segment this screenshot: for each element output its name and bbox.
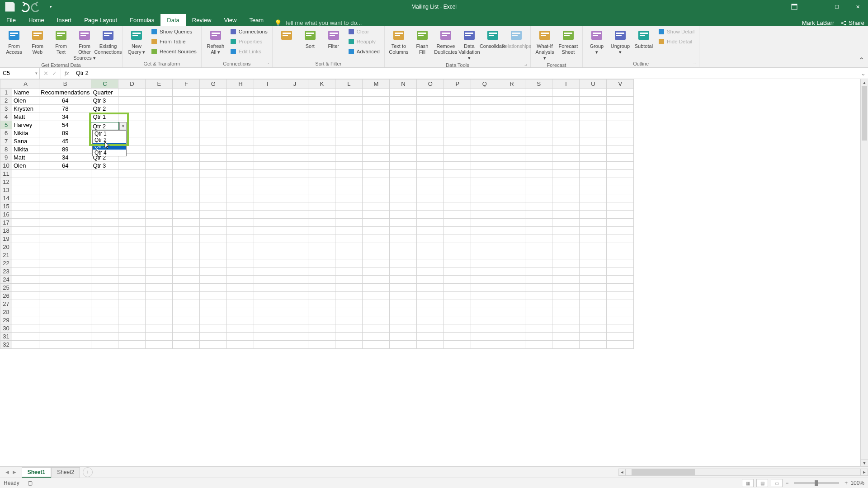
cell[interactable]	[498, 211, 525, 219]
cell[interactable]	[281, 137, 308, 145]
cell[interactable]	[444, 267, 471, 276]
cell[interactable]	[580, 316, 607, 324]
cell[interactable]	[227, 202, 254, 211]
cell[interactable]	[281, 259, 308, 267]
cell[interactable]	[12, 170, 39, 178]
cell[interactable]	[254, 276, 281, 284]
cell[interactable]	[417, 162, 444, 170]
cell[interactable]	[200, 227, 227, 235]
cell[interactable]	[91, 284, 118, 292]
cell[interactable]	[335, 105, 363, 113]
cell[interactable]	[417, 97, 444, 105]
cell[interactable]: Krysten	[12, 105, 39, 113]
cell[interactable]	[146, 186, 173, 194]
cell[interactable]	[417, 105, 444, 113]
cell[interactable]	[173, 178, 200, 186]
cell[interactable]	[308, 170, 335, 178]
row-header[interactable]: 24	[0, 276, 12, 284]
cell[interactable]	[91, 324, 118, 333]
cell[interactable]	[118, 170, 146, 178]
cell[interactable]	[417, 341, 444, 349]
properties-button[interactable]: Properties	[228, 37, 269, 46]
column-header[interactable]: G	[200, 80, 227, 89]
tab-view[interactable]: View	[217, 14, 243, 26]
cell[interactable]	[363, 292, 390, 300]
cell[interactable]	[444, 341, 471, 349]
undo-icon[interactable]	[17, 0, 30, 13]
cell[interactable]	[39, 333, 91, 341]
cell[interactable]	[39, 170, 91, 178]
cell[interactable]	[308, 178, 335, 186]
vertical-scroll-thumb[interactable]	[862, 86, 867, 141]
cell[interactable]	[580, 308, 607, 316]
cell[interactable]	[281, 276, 308, 284]
cell[interactable]	[281, 105, 308, 113]
cell[interactable]	[173, 137, 200, 145]
cell[interactable]	[607, 186, 634, 194]
consolidate-button[interactable]: Consolidate	[481, 27, 504, 49]
column-header[interactable]: T	[552, 80, 580, 89]
cell[interactable]	[173, 97, 200, 105]
cell[interactable]	[173, 194, 200, 202]
cell[interactable]	[607, 333, 634, 341]
cell[interactable]	[335, 324, 363, 333]
cell[interactable]	[444, 235, 471, 243]
cell[interactable]	[525, 276, 552, 284]
cell[interactable]	[363, 89, 390, 97]
cell[interactable]	[146, 97, 173, 105]
cell[interactable]	[552, 121, 580, 129]
cell[interactable]	[444, 121, 471, 129]
cell[interactable]	[146, 105, 173, 113]
row-header[interactable]: 9	[0, 154, 12, 162]
cell[interactable]	[444, 89, 471, 97]
cell[interactable]: 89	[39, 145, 91, 154]
cell[interactable]	[200, 211, 227, 219]
cell[interactable]	[281, 211, 308, 219]
cell[interactable]	[471, 186, 498, 194]
row-header[interactable]: 10	[0, 162, 12, 170]
cell[interactable]	[254, 235, 281, 243]
cell[interactable]	[471, 276, 498, 284]
cell[interactable]	[390, 267, 417, 276]
cell[interactable]	[254, 113, 281, 121]
cell[interactable]	[308, 145, 335, 154]
cell[interactable]	[335, 113, 363, 121]
cell[interactable]	[118, 267, 146, 276]
sheet-nav-next-icon[interactable]: ►	[12, 469, 17, 475]
cell[interactable]	[525, 113, 552, 121]
cell[interactable]	[363, 324, 390, 333]
cell[interactable]	[173, 251, 200, 259]
cell[interactable]	[525, 137, 552, 145]
ribbon-display-options-icon[interactable]	[784, 0, 804, 14]
cell[interactable]	[471, 259, 498, 267]
cell[interactable]	[498, 259, 525, 267]
cell[interactable]	[173, 105, 200, 113]
cell[interactable]	[39, 324, 91, 333]
from-table-button[interactable]: From Table	[149, 37, 198, 46]
cell[interactable]	[200, 194, 227, 202]
cell[interactable]	[471, 211, 498, 219]
text-to-columns-button[interactable]: Text toColumns	[387, 27, 410, 55]
cell[interactable]	[227, 341, 254, 349]
cell[interactable]	[281, 162, 308, 170]
cell[interactable]	[12, 267, 39, 276]
cell[interactable]	[200, 292, 227, 300]
cell[interactable]	[12, 227, 39, 235]
cell[interactable]	[118, 276, 146, 284]
cell[interactable]	[390, 292, 417, 300]
cell[interactable]	[444, 97, 471, 105]
cell[interactable]	[471, 267, 498, 276]
cell[interactable]	[146, 219, 173, 227]
cell[interactable]	[335, 178, 363, 186]
cell[interactable]	[607, 113, 634, 121]
cell[interactable]	[12, 251, 39, 259]
cell[interactable]	[525, 105, 552, 113]
from-other-sources-button[interactable]: From OtherSources ▾	[73, 27, 96, 61]
row-header[interactable]: 30	[0, 324, 12, 333]
row-header[interactable]: 26	[0, 292, 12, 300]
cell[interactable]	[552, 316, 580, 324]
cell[interactable]	[552, 243, 580, 251]
cell[interactable]	[580, 121, 607, 129]
cell[interactable]	[417, 219, 444, 227]
save-icon[interactable]	[4, 0, 16, 13]
